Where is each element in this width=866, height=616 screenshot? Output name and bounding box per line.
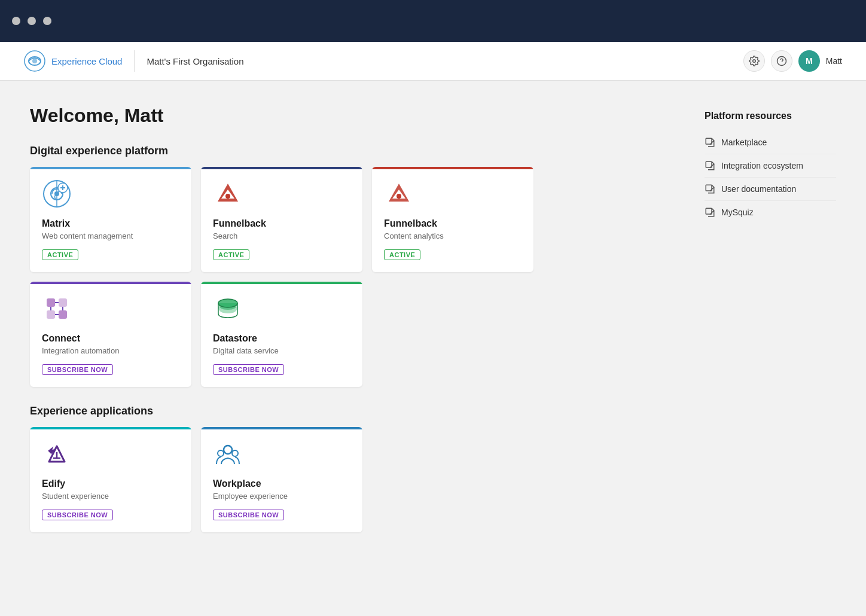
datastore-icon (213, 294, 243, 324)
edify-status[interactable]: SUBSCRIBE NOW (42, 510, 113, 520)
svg-rect-20 (59, 298, 67, 307)
funnelback-analytics-border (372, 167, 533, 169)
datastore-card-border (201, 282, 362, 284)
help-icon (776, 56, 787, 66)
workplace-status[interactable]: SUBSCRIBE NOW (213, 510, 284, 520)
titlebar-dot-2 (28, 17, 36, 25)
digital-platform-cards: Matrix Web content management ACTIVE Fun… (30, 167, 681, 387)
svg-point-33 (218, 450, 224, 456)
resource-marketplace[interactable]: Marketplace (705, 131, 836, 154)
logo[interactable]: Experience Cloud (24, 50, 135, 72)
datastore-desc: Digital data service (213, 346, 350, 355)
funnelback-analytics-title: Funnelback (384, 218, 522, 229)
main-content: Welcome, Matt Digital experience platfor… (0, 81, 866, 616)
titlebar (0, 0, 866, 42)
funnelback-search-border (201, 167, 362, 169)
connect-status[interactable]: SUBSCRIBE NOW (42, 364, 113, 375)
svg-point-15 (225, 194, 230, 199)
help-button[interactable] (771, 50, 792, 72)
resource-marketplace-label: Marketplace (721, 138, 767, 147)
external-link-icon-3 (705, 184, 715, 194)
workplace-card: Workplace Employee experience SUBSCRIBE … (201, 427, 362, 532)
header-actions: M Matt (743, 50, 842, 72)
connect-title: Connect (42, 333, 179, 344)
resource-user-documentation[interactable]: User documentation (705, 178, 836, 201)
datastore-card: Datastore Digital data service SUBSCRIBE… (201, 282, 362, 387)
connect-card: Connect Integration automation SUBSCRIBE… (30, 282, 191, 387)
platform-resources: Platform resources Marketplace Integrati… (705, 105, 836, 592)
connect-desc: Integration automation (42, 346, 179, 355)
datastore-status[interactable]: SUBSCRIBE NOW (213, 364, 284, 375)
titlebar-dot-1 (12, 17, 20, 25)
workplace-card-border (201, 427, 362, 429)
gear-icon (749, 56, 760, 66)
logo-text: Experience Cloud (51, 56, 122, 66)
funnelback-analytics-desc: Content analytics (384, 231, 522, 240)
workplace-desc: Employee experience (213, 492, 350, 501)
matrix-title: Matrix (42, 218, 179, 229)
experience-apps-cards: Edify Student experience SUBSCRIBE NOW W… (30, 427, 681, 532)
matrix-status: ACTIVE (42, 249, 78, 260)
external-link-icon (705, 137, 715, 148)
matrix-desc: Web content management (42, 231, 179, 240)
matrix-card-border (30, 167, 191, 169)
resource-mysquiz[interactable]: MySquiz (705, 201, 836, 224)
edify-desc: Student experience (42, 492, 179, 501)
funnelback-analytics-status: ACTIVE (384, 249, 420, 260)
funnelback-search-card: Funnelback Search ACTIVE (201, 167, 362, 272)
matrix-card: Matrix Web content management ACTIVE (30, 167, 191, 272)
svg-point-3 (753, 60, 756, 63)
funnelback-search-icon (213, 179, 243, 209)
svg-rect-22 (59, 310, 67, 319)
edify-card: Edify Student experience SUBSCRIBE NOW (30, 427, 191, 532)
funnelback-search-title: Funnelback (213, 218, 350, 229)
datastore-title: Datastore (213, 333, 350, 344)
connect-icon (42, 294, 72, 324)
funnelback-analytics-card: Funnelback Content analytics ACTIVE (372, 167, 533, 272)
edify-icon (42, 439, 72, 469)
svg-point-34 (232, 450, 238, 456)
titlebar-dot-3 (43, 17, 51, 25)
external-link-icon-4 (705, 207, 715, 218)
resource-integration-ecosystem[interactable]: Integration ecosystem (705, 154, 836, 178)
resource-documentation-label: User documentation (721, 184, 796, 194)
settings-button[interactable] (743, 50, 765, 72)
logo-icon (24, 50, 45, 72)
content-left: Welcome, Matt Digital experience platfor… (30, 105, 681, 592)
resource-integration-label: Integration ecosystem (721, 161, 803, 170)
org-name: Matt's First Organisation (135, 56, 743, 66)
workplace-title: Workplace (213, 478, 350, 489)
connect-card-border (30, 282, 191, 284)
svg-point-9 (54, 191, 59, 196)
digital-platform-title: Digital experience platform (30, 145, 681, 157)
svg-point-2 (32, 59, 37, 63)
workplace-icon (213, 439, 243, 469)
svg-point-18 (397, 194, 401, 199)
edify-title: Edify (42, 478, 179, 489)
username: Matt (826, 56, 842, 66)
resources-title: Platform resources (705, 111, 836, 121)
svg-rect-19 (47, 298, 55, 307)
experience-apps-title: Experience applications (30, 405, 681, 417)
welcome-title: Welcome, Matt (30, 105, 681, 127)
external-link-icon-2 (705, 160, 715, 171)
edify-card-border (30, 427, 191, 429)
resource-mysquiz-label: MySquiz (721, 208, 754, 217)
svg-rect-21 (47, 310, 55, 319)
funnelback-analytics-icon (384, 179, 414, 209)
matrix-icon (42, 179, 72, 209)
funnelback-search-status: ACTIVE (213, 249, 249, 260)
svg-point-32 (224, 446, 232, 454)
funnelback-search-desc: Search (213, 231, 350, 240)
header: Experience Cloud Matt's First Organisati… (0, 42, 866, 81)
avatar[interactable]: M (798, 50, 820, 72)
